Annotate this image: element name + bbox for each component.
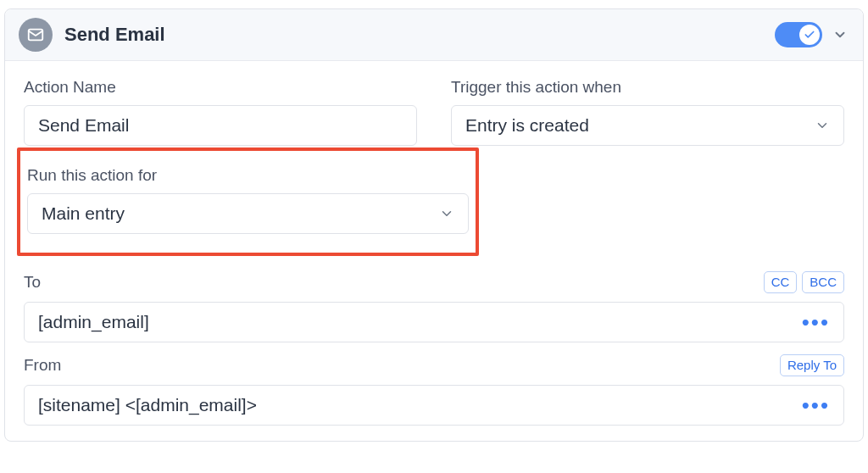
enable-toggle[interactable] <box>775 22 822 47</box>
field-trigger: Trigger this action when Entry is create… <box>451 78 844 146</box>
highlight-run-for: Run this action for Main entry <box>17 147 479 256</box>
label-action-name: Action Name <box>24 78 417 97</box>
label-run-for: Run this action for <box>27 166 469 185</box>
collapse-toggle[interactable] <box>831 25 849 44</box>
select-run-for-value: Main entry <box>42 203 439 224</box>
input-from-value: [sitename] <[admin_email]> <box>38 395 802 415</box>
input-to[interactable]: [admin_email] ••• <box>24 302 844 342</box>
chevron-down-icon <box>815 118 830 133</box>
field-action-name: Action Name Send Email <box>24 78 417 146</box>
field-to: To CC BCC [admin_email] ••• <box>24 271 844 342</box>
label-to: To <box>24 273 41 292</box>
input-action-name[interactable]: Send Email <box>24 105 417 146</box>
label-from: From <box>24 356 61 375</box>
panel-title: Send Email <box>64 24 775 46</box>
select-trigger-value: Entry is created <box>465 115 815 136</box>
label-trigger: Trigger this action when <box>451 78 844 97</box>
panel-header: Send Email <box>5 9 863 61</box>
input-to-value: [admin_email] <box>38 312 802 332</box>
select-trigger[interactable]: Entry is created <box>451 105 844 146</box>
label-to-row: To CC BCC <box>24 271 844 293</box>
input-action-name-value: Send Email <box>38 115 403 136</box>
reply-to-button[interactable]: Reply To <box>780 354 844 376</box>
header-controls <box>775 22 849 47</box>
label-from-row: From Reply To <box>24 354 844 376</box>
panel-body: Action Name Send Email Trigger this acti… <box>5 61 863 441</box>
field-run-for: Run this action for Main entry <box>27 166 469 234</box>
bcc-button[interactable]: BCC <box>802 271 844 293</box>
from-pill-group: Reply To <box>780 354 844 376</box>
action-panel: Send Email Action Name Send Email <box>4 8 864 442</box>
field-from: From Reply To [sitename] <[admin_email]>… <box>24 354 844 426</box>
row-name-trigger: Action Name Send Email Trigger this acti… <box>24 78 844 146</box>
select-run-for[interactable]: Main entry <box>27 193 469 234</box>
to-pill-group: CC BCC <box>764 271 844 293</box>
cc-button[interactable]: CC <box>764 271 798 293</box>
input-from[interactable]: [sitename] <[admin_email]> ••• <box>24 385 844 426</box>
email-icon <box>19 18 53 52</box>
chevron-down-icon <box>439 206 454 221</box>
more-options-icon[interactable]: ••• <box>802 318 830 326</box>
more-options-icon[interactable]: ••• <box>802 401 830 409</box>
toggle-knob <box>799 25 820 45</box>
